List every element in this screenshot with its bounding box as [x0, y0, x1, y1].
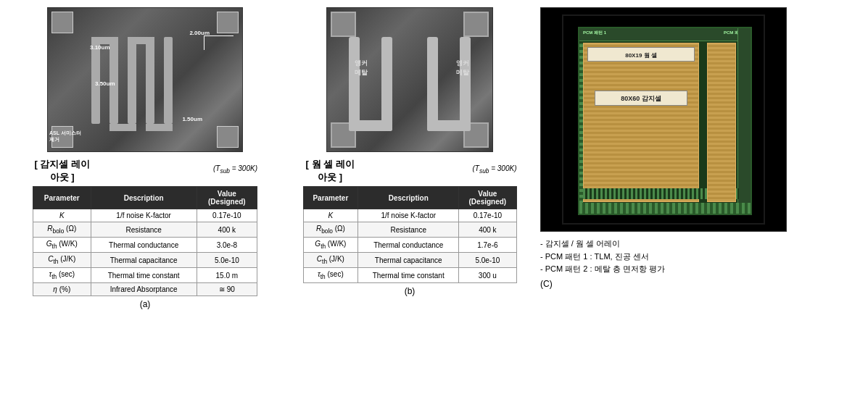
caption-c: (C) — [540, 279, 553, 289]
val-tau-b: 300 u — [459, 268, 516, 283]
caption-a: (a) — [140, 299, 151, 309]
panel-a: 2.00um 3.10um 3.50um 1.50um ASL 서미스터제거 [… — [4, 7, 286, 309]
sensor-array: 80X19 웜 셀 80X60 감지셀 — [583, 43, 699, 202]
meas-3-5um: 3.50um — [95, 80, 115, 87]
pcm-notes: - 감지셀 / 웜 셀 어레이 - PCM 패턴 1 : TLM, 진공 센서 … — [540, 238, 665, 276]
param-cth-b: Cth (J/K) — [303, 253, 358, 268]
val-k-a: 0.17e-10 — [197, 209, 257, 222]
table-row: K 1/f noise K-factor 0.17e-10 — [33, 209, 257, 222]
panel-a-tsub: (Tsub = 300K) — [91, 164, 257, 175]
table-row: Rbolo (Ω) Resistance 400 k — [303, 222, 516, 238]
panel-b-tsub: (Tsub = 300K) — [357, 164, 517, 175]
meas-1-5um: 1.50um — [182, 116, 202, 122]
right-sensor-strip — [707, 43, 736, 202]
pcm-border-pattern — [579, 203, 751, 214]
param-k-b: K — [303, 209, 358, 222]
val-cth-b: 5.0e-10 — [459, 253, 516, 268]
desc-cth-a: Thermal capacitance — [91, 253, 197, 268]
sem-image-b: 앵커메탈 앵커메탈 — [326, 7, 493, 152]
col-header-desc-b: Description — [358, 187, 459, 209]
val-tau-a: 15.0 m — [197, 268, 257, 283]
desc-k-b: 1/f noise K-factor — [358, 209, 459, 222]
desc-gth-b: Thermal conductance — [358, 238, 459, 253]
desc-tau-a: Thermal time constant — [91, 268, 197, 283]
param-gth-b: Gth (W/K) — [303, 238, 358, 253]
col-header-param-b: Parameter — [303, 187, 358, 209]
param-gth-a: Gth (W/K) — [33, 238, 91, 253]
desc-rbolo-b: Resistance — [358, 222, 459, 238]
table-row: Cth (J/K) Thermal capacitance 5.0e-10 — [33, 253, 257, 268]
table-row: Cth (J/K) Thermal capacitance 5.0e-10 — [303, 253, 516, 268]
pcm-pattern1-bar: PCM 패턴 1 PCM 패턴 2 — [579, 28, 751, 41]
note-1: - 감지셀 / 웜 셀 어레이 — [540, 238, 665, 251]
val-cth-a: 5.0e-10 — [197, 253, 257, 268]
warm-cell-label: 80X19 웜 셀 — [625, 52, 657, 59]
desc-eta-a: Infrared Absorptance — [91, 283, 197, 296]
panel-a-title: [ 감지셀 레이아웃 ] — [33, 158, 91, 184]
val-eta-a: ≅ 90 — [197, 283, 257, 296]
param-tau-b: τth (sec) — [303, 268, 358, 283]
table-b: Parameter Description Value(Designed) K … — [303, 186, 517, 283]
sem-image-a: 2.00um 3.10um 3.50um 1.50um ASL 서미스터제거 — [47, 7, 243, 152]
asl-label: ASL 서미스터제거 — [49, 130, 81, 143]
val-k-b: 0.17e-10 — [459, 209, 516, 222]
val-rbolo-a: 400 k — [197, 222, 257, 238]
note-2: - PCM 패턴 1 : TLM, 진공 센서 — [540, 251, 665, 264]
val-gth-b: 1.7e-6 — [459, 238, 516, 253]
col-header-value-b: Value(Designed) — [459, 187, 516, 209]
main-container: 2.00um 3.10um 3.50um 1.50um ASL 서미스터제거 [… — [4, 7, 864, 309]
col-header-desc-a: Description — [91, 187, 197, 209]
table-row: K 1/f noise K-factor 0.17e-10 — [303, 209, 516, 222]
val-gth-a: 3.0e-8 — [197, 238, 257, 253]
param-rbolo-a: Rbolo (Ω) — [33, 222, 91, 238]
panel-b: 앵커메탈 앵커메탈 [ 웜 셀 레이아웃 ] (Tsub = 300K) Par… — [286, 7, 533, 309]
desc-tau-b: Thermal time constant — [358, 268, 459, 283]
val-rbolo-b: 400 k — [459, 222, 516, 238]
anchor-label-left: 앵커메탈 — [355, 59, 368, 77]
desc-gth-a: Thermal conductance — [91, 238, 197, 253]
table-a: Parameter Description Value(Designed) K … — [33, 186, 257, 296]
col-header-value-a: Value(Designed) — [197, 187, 257, 209]
pcm-chip-image: PCM 패턴 1 PCM 패턴 2 80X19 웜 셀 80X60 감지셀 — [540, 7, 787, 232]
param-tau-a: τth (sec) — [33, 268, 91, 283]
desc-rbolo-a: Resistance — [91, 222, 197, 238]
desc-cth-b: Thermal capacitance — [358, 253, 459, 268]
pcm-pattern2-bar — [737, 28, 751, 214]
caption-b: (b) — [405, 286, 416, 296]
table-row: Gth (W/K) Thermal conductance 1.7e-6 — [303, 238, 516, 253]
panel-b-title: [ 웜 셀 레이아웃 ] — [303, 158, 357, 184]
param-cth-a: Cth (J/K) — [33, 253, 91, 268]
param-k-a: K — [33, 209, 91, 222]
param-eta-a: η (%) — [33, 283, 91, 296]
meas-3-1um: 3.10um — [90, 44, 110, 51]
panel-c: PCM 패턴 1 PCM 패턴 2 80X19 웜 셀 80X60 감지셀 — [533, 7, 809, 309]
desc-k-a: 1/f noise K-factor — [91, 209, 197, 222]
table-row: τth (sec) Thermal time constant 15.0 m — [33, 268, 257, 283]
table-row: Rbolo (Ω) Resistance 400 k — [33, 222, 257, 238]
note-3: - PCM 패턴 2 : 메탈 층 면저항 평가 — [540, 263, 665, 276]
pcm-left-pattern — [579, 43, 583, 209]
pcm-label1-left: PCM 패턴 1 — [583, 30, 606, 36]
table-row: τth (sec) Thermal time constant 300 u — [303, 268, 516, 283]
table-row: Gth (W/K) Thermal conductance 3.0e-8 — [33, 238, 257, 253]
sense-cell-label: 80X60 감지셀 — [621, 95, 661, 102]
table-row: η (%) Infrared Absorptance ≅ 90 — [33, 283, 257, 296]
param-rbolo-b: Rbolo (Ω) — [303, 222, 358, 238]
col-header-param-a: Parameter — [33, 187, 91, 209]
anchor-label-right: 앵커메탈 — [456, 59, 469, 77]
